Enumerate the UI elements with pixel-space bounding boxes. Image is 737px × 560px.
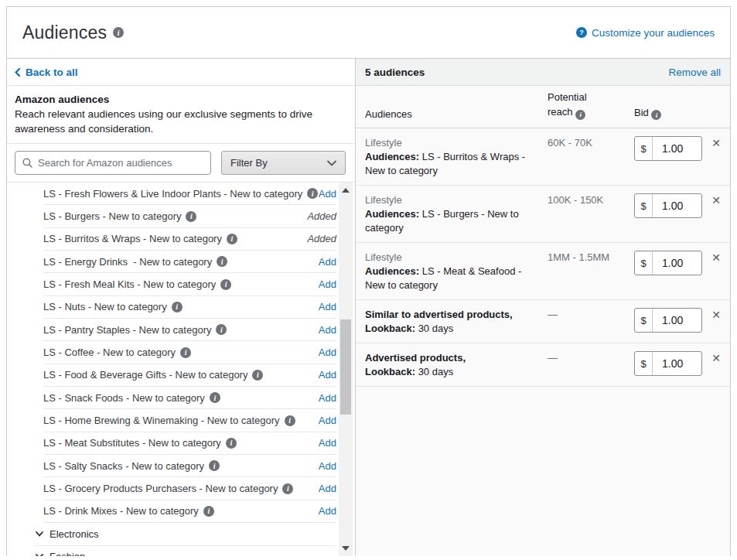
customize-audiences-link[interactable]: ? Customize your audiences bbox=[576, 27, 715, 39]
chevron-down-icon bbox=[327, 160, 336, 166]
list-item-label: LS - Drink Mixes - New to category bbox=[43, 505, 199, 517]
list-item: LS - Snack Foods - New to category i Add bbox=[43, 387, 336, 409]
info-icon[interactable]: i bbox=[186, 211, 196, 222]
audience-category: Lifestyle bbox=[365, 251, 402, 263]
audience-prefix: Audiences: bbox=[365, 208, 419, 220]
category-group-row[interactable]: Fashion bbox=[36, 546, 336, 557]
amazon-audiences-intro: Amazon audiences Reach relevant audience… bbox=[7, 86, 355, 144]
category-group-label: Fashion bbox=[49, 551, 85, 556]
info-icon[interactable]: i bbox=[252, 370, 263, 381]
info-icon[interactable]: i bbox=[220, 279, 231, 290]
list-item: LS - Home Brewing & Winemaking - New to … bbox=[43, 409, 336, 432]
add-button[interactable]: Add bbox=[319, 505, 336, 517]
add-button[interactable]: Add bbox=[319, 392, 336, 404]
info-icon[interactable]: i bbox=[217, 256, 227, 267]
scrollbar-thumb[interactable] bbox=[340, 319, 351, 415]
remove-audience-icon[interactable]: ✕ bbox=[711, 138, 721, 178]
selected-audience-row: Lifestyle Audiences: LS - Burgers - New … bbox=[356, 186, 730, 243]
audience-title: Similar to advertised products, bbox=[365, 309, 513, 320]
list-item: LS - Pantry Staples - New to category i … bbox=[43, 319, 336, 341]
added-status: Added bbox=[307, 233, 336, 244]
scroll-up-arrow[interactable] bbox=[339, 184, 353, 196]
add-button[interactable]: Add bbox=[319, 324, 336, 336]
add-button[interactable]: Add bbox=[319, 483, 336, 494]
add-button[interactable]: Add bbox=[319, 256, 336, 268]
list-item-label: LS - Grocery Products Purchasers - New t… bbox=[43, 483, 278, 494]
bid-input[interactable] bbox=[653, 251, 701, 275]
audience-count: 5 audiences bbox=[365, 67, 425, 78]
bid-input[interactable] bbox=[653, 194, 701, 217]
scroll-down-arrow[interactable] bbox=[339, 542, 353, 555]
category-group-row[interactable]: Electronics bbox=[36, 523, 336, 545]
add-button[interactable]: Add bbox=[319, 415, 336, 426]
add-button[interactable]: Add bbox=[319, 188, 336, 200]
add-button[interactable]: Add bbox=[319, 347, 336, 358]
list-item: LS - Burritos & Wraps - New to category … bbox=[43, 228, 336, 251]
audience-name: 30 days bbox=[418, 323, 454, 334]
search-icon bbox=[22, 158, 32, 168]
table-header: Audiences Potential reach i Bid i bbox=[356, 86, 730, 128]
list-item: LS - Burgers - New to category i Added bbox=[43, 205, 336, 227]
list-item-label: LS - Pantry Staples - New to category bbox=[43, 324, 211, 336]
list-scrollbar[interactable] bbox=[339, 183, 353, 556]
add-button[interactable]: Add bbox=[319, 369, 336, 381]
info-icon[interactable]: i bbox=[216, 324, 227, 335]
remove-audience-icon[interactable]: ✕ bbox=[711, 252, 721, 292]
info-icon[interactable]: i bbox=[203, 506, 214, 517]
audiences-card: Audiences i ? Customize your audiences B… bbox=[6, 6, 731, 556]
audience-search[interactable] bbox=[15, 151, 211, 175]
info-icon[interactable]: i bbox=[180, 347, 191, 358]
potential-reach-value: 60K - 70K bbox=[548, 136, 634, 178]
list-item-label: LS - Home Brewing & Winemaking - New to … bbox=[43, 415, 280, 426]
bid-input[interactable] bbox=[653, 352, 701, 375]
list-item: LS - Drink Mixes - New to category i Add bbox=[43, 500, 336, 523]
help-icon: ? bbox=[576, 27, 587, 38]
list-item-label: LS - Burritos & Wraps - New to category bbox=[43, 233, 222, 244]
info-icon[interactable]: i bbox=[307, 188, 318, 199]
add-button[interactable]: Add bbox=[319, 437, 336, 449]
bid-input-group: $ bbox=[634, 308, 702, 333]
audience-picker-panel: Back to all Amazon audiences Reach relev… bbox=[7, 59, 356, 556]
bid-input-group: $ bbox=[634, 193, 702, 218]
bid-input-group: $ bbox=[634, 136, 702, 161]
selected-audience-row: Similar to advertised products, Lookback… bbox=[356, 300, 730, 343]
filter-by-dropdown[interactable]: Filter By bbox=[221, 151, 346, 175]
audience-search-input[interactable] bbox=[38, 157, 203, 169]
info-icon[interactable]: i bbox=[227, 234, 237, 244]
back-to-all-label: Back to all bbox=[26, 67, 78, 78]
bid-input-group: $ bbox=[634, 251, 702, 275]
bid-info-icon[interactable]: i bbox=[651, 110, 661, 120]
currency-symbol: $ bbox=[635, 352, 653, 375]
selected-audiences-panel: 5 audiences Remove all Audiences Potenti… bbox=[356, 59, 730, 556]
info-icon[interactable]: i bbox=[282, 483, 293, 494]
audience-prefix: Lookback: bbox=[365, 323, 415, 334]
list-item-label: LS - Fresh Flowers & Live Indoor Plants … bbox=[43, 188, 302, 200]
remove-audience-icon[interactable]: ✕ bbox=[711, 195, 721, 235]
info-icon[interactable]: i bbox=[172, 302, 183, 312]
currency-symbol: $ bbox=[635, 251, 653, 275]
list-item: LS - Salty Snacks - New to category i Ad… bbox=[43, 455, 336, 477]
remove-audience-icon[interactable]: ✕ bbox=[711, 353, 721, 379]
add-button[interactable]: Add bbox=[319, 301, 336, 312]
remove-audience-icon[interactable]: ✕ bbox=[711, 309, 721, 336]
reach-info-icon[interactable]: i bbox=[575, 110, 585, 120]
info-icon[interactable]: i bbox=[210, 392, 220, 403]
currency-symbol: $ bbox=[635, 137, 653, 160]
add-button[interactable]: Add bbox=[319, 278, 336, 290]
list-item-label: LS - Burgers - New to category bbox=[43, 210, 181, 222]
bid-input[interactable] bbox=[653, 309, 701, 332]
potential-reach-value: — bbox=[548, 351, 634, 379]
info-icon[interactable]: i bbox=[113, 27, 124, 38]
audience-category: Lifestyle bbox=[365, 137, 402, 149]
add-button[interactable]: Add bbox=[319, 460, 336, 472]
list-item: LS - Fresh Flowers & Live Indoor Plants … bbox=[43, 183, 336, 205]
remove-all-link[interactable]: Remove all bbox=[668, 67, 721, 78]
bid-input[interactable] bbox=[653, 137, 701, 160]
info-icon[interactable]: i bbox=[226, 438, 237, 449]
info-icon[interactable]: i bbox=[209, 460, 220, 471]
page-title: Audiences bbox=[22, 22, 107, 43]
audience-name: 30 days bbox=[418, 366, 454, 377]
back-to-all-link[interactable]: Back to all bbox=[7, 59, 355, 86]
audience-prefix: Audiences: bbox=[365, 265, 419, 277]
info-icon[interactable]: i bbox=[285, 415, 295, 426]
